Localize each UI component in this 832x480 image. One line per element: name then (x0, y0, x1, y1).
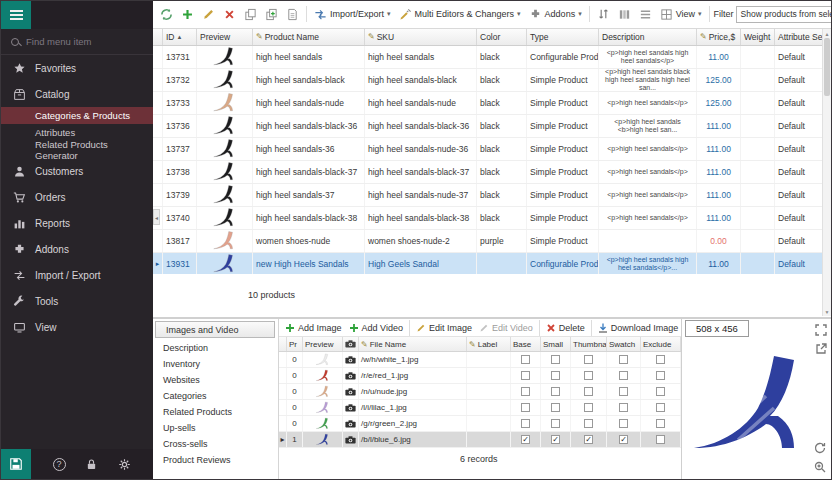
file-row[interactable]: 0/r/e/red_1.jpg (279, 368, 681, 384)
file-row[interactable]: 0/l/i/lilac_1.jpg (279, 400, 681, 416)
checkbox[interactable] (656, 435, 665, 444)
fullscreen-icon[interactable] (814, 323, 828, 337)
column-header-thumbnail[interactable]: Thumbna (571, 337, 607, 351)
checkbox[interactable] (521, 371, 530, 380)
checkbox[interactable] (521, 355, 530, 364)
collapse-panel-button[interactable]: ◂ (153, 209, 160, 225)
product-row[interactable]: 13737high heel sandals-36high heel sanda… (153, 138, 831, 161)
edit-video-button[interactable]: Edit Video (476, 321, 536, 335)
sidebar-item-related-products-generator[interactable]: Related Products Generator (1, 141, 153, 158)
column-header-product-name[interactable]: ✎Product Name (253, 29, 365, 45)
gear-icon[interactable] (118, 457, 132, 471)
view-menu[interactable]: View▾ (657, 6, 705, 23)
checkbox[interactable] (521, 387, 530, 396)
addons-menu[interactable]: Addons▾ (526, 6, 585, 23)
product-row[interactable]: 13732high heel sandals-blackhigh heel sa… (153, 69, 831, 92)
lock-icon[interactable] (85, 457, 99, 471)
scroll-up-icon[interactable]: ▲ (825, 29, 830, 38)
tab-inventory[interactable]: Inventory (153, 356, 278, 372)
checkbox[interactable] (551, 371, 560, 380)
column-header-price[interactable]: ✎Price,$ (697, 29, 741, 45)
checkbox[interactable] (656, 387, 665, 396)
sidebar-item-orders[interactable]: Orders (1, 184, 153, 210)
file-row[interactable]: ▸1/b/l/blue_6.jpg✓✓✓✓ (279, 432, 681, 448)
copy-button[interactable] (241, 6, 260, 23)
edit-image-button[interactable]: Edit Image (413, 321, 475, 335)
checkbox[interactable] (656, 371, 665, 380)
menu-icon[interactable] (1, 1, 31, 29)
checkbox[interactable] (551, 355, 560, 364)
checkbox[interactable] (584, 387, 593, 396)
checkbox[interactable] (584, 371, 593, 380)
checkbox[interactable]: ✓ (584, 435, 593, 444)
delete-image-button[interactable]: Delete (543, 321, 588, 335)
column-header-description[interactable]: Description (599, 29, 697, 45)
checkbox[interactable]: ✓ (619, 435, 628, 444)
columns-button[interactable] (615, 6, 634, 23)
rotate-icon[interactable] (813, 441, 827, 455)
column-header-type[interactable]: Type (527, 29, 599, 45)
save-database-button[interactable] (1, 449, 31, 479)
checkbox[interactable] (656, 355, 665, 364)
tab-categories[interactable]: Categories (153, 388, 278, 404)
checkbox[interactable] (619, 355, 628, 364)
refresh-button[interactable] (157, 6, 176, 23)
column-header-id[interactable]: ID▲ (163, 29, 197, 45)
checkbox[interactable] (656, 419, 665, 428)
sidebar-item-addons[interactable]: Addons (1, 236, 153, 262)
sort-button[interactable] (594, 6, 613, 23)
search-input[interactable] (26, 36, 126, 47)
list-button[interactable] (636, 6, 655, 23)
import-export-menu[interactable]: Import/Export▾ (311, 6, 394, 23)
checkbox[interactable] (551, 403, 560, 412)
tab-product-reviews[interactable]: Product Reviews (153, 452, 278, 468)
vertical-scrollbar[interactable]: ▲ ▼ (822, 29, 831, 316)
sidebar-item-import-export[interactable]: Import / Export (1, 262, 153, 288)
column-header-exclude[interactable]: Exclude (641, 337, 681, 351)
help-icon[interactable]: ? (53, 458, 66, 471)
checkbox[interactable] (584, 419, 593, 428)
sidebar-item-reports[interactable]: Reports (1, 210, 153, 236)
add-image-button[interactable]: Add Image (282, 321, 345, 335)
product-row[interactable]: 13817women shoes-nudewomen shoes-nude-2p… (153, 230, 831, 253)
checkbox[interactable]: ✓ (521, 435, 530, 444)
tab-cross-sells[interactable]: Cross-sells (153, 436, 278, 452)
multi-editors-menu[interactable]: Multi Editors & Changers▾ (396, 6, 524, 23)
sidebar-item-catalog[interactable]: Catalog (1, 81, 153, 107)
zoom-icon[interactable] (813, 460, 827, 474)
tab-images-and-video[interactable]: Images and Video (155, 321, 275, 338)
product-row[interactable]: 13731high heel sandalshigh heel sandalsb… (153, 46, 831, 69)
product-row[interactable]: ▸13931new High Heels SandalsHigh Geels S… (153, 253, 831, 275)
sidebar-item-favorites[interactable]: Favorites (1, 55, 153, 81)
open-external-icon[interactable] (814, 342, 828, 356)
sidebar-item-view[interactable]: View (1, 314, 153, 340)
column-header-preview[interactable]: Preview (303, 337, 343, 351)
checkbox[interactable] (584, 355, 593, 364)
column-header-base[interactable]: Base (511, 337, 541, 351)
file-row[interactable]: 0/g/r/green_2.jpg (279, 416, 681, 432)
column-header-sku[interactable]: ✎SKU (365, 29, 477, 45)
column-header-camera[interactable] (343, 337, 359, 351)
product-row[interactable]: 13736high heel sandals-black-36high heel… (153, 115, 831, 138)
edit-product-button[interactable] (199, 6, 218, 23)
checkbox[interactable] (584, 403, 593, 412)
tab-description[interactable]: Description (153, 340, 278, 356)
tab-up-sells[interactable]: Up-sells (153, 420, 278, 436)
file-row[interactable]: 0/n/u/nude.jpg (279, 384, 681, 400)
add-product-button[interactable] (178, 6, 197, 23)
checkbox[interactable] (551, 387, 560, 396)
checkbox[interactable] (551, 419, 560, 428)
sidebar-item-customers[interactable]: Customers (1, 158, 153, 184)
sidebar-item-tools[interactable]: Tools (1, 288, 153, 314)
filter-select[interactable]: Show products from selected categories ▾ (736, 6, 832, 23)
checkbox[interactable] (521, 419, 530, 428)
column-header-file-name[interactable]: ✎File Name (359, 337, 467, 351)
tab-websites[interactable]: Websites (153, 372, 278, 388)
duplicate-button[interactable] (262, 6, 281, 23)
product-row[interactable]: 13738high heel sandals-black-37high heel… (153, 161, 831, 184)
document-button[interactable] (283, 6, 302, 23)
checkbox[interactable] (656, 403, 665, 412)
sidebar-item-categories-products[interactable]: Categories & Products (1, 107, 153, 124)
checkbox[interactable] (619, 387, 628, 396)
column-header-pr[interactable]: Pr (287, 337, 303, 351)
